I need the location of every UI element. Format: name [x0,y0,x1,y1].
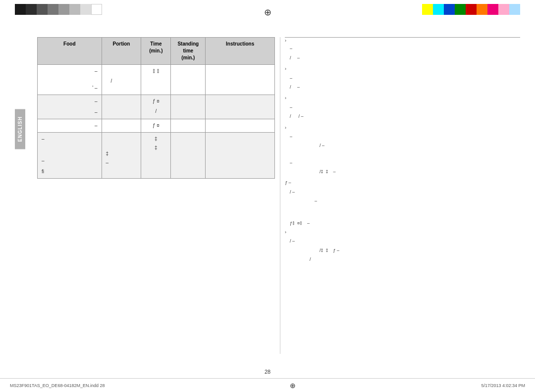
swatch-green [455,4,466,15]
table-row: – ' – / ‡ ‡ [38,65,275,95]
color-bar-left [15,4,102,15]
right-text-line: – [285,104,520,111]
cell-standing [171,133,206,179]
right-text-line: / – [315,142,520,149]
right-text-line: › [285,124,520,131]
right-text-line: / – [285,54,520,61]
right-text-line: – [285,133,520,140]
cell-food: – ' – [38,65,102,95]
right-text-line: ƒ – [285,179,520,186]
swatch-blue [444,4,455,15]
cell-portion [102,95,141,119]
swatch-gray2 [58,4,69,15]
swatch-light [80,4,91,15]
right-text-line: – [310,197,520,204]
swatch-yellow [422,4,433,15]
header-portion: Portion [102,38,141,65]
right-text-line: / / – [285,113,520,120]
page-number: 28 [265,369,270,375]
right-text-line: / – [285,84,520,91]
table-row: – – fi ‡ – ‡ ‡ [38,133,275,179]
table-row: – ƒ ¤ [38,119,275,133]
cell-standing [171,65,206,95]
header-standing: Standingtime(min.) [171,38,206,65]
right-text-line: › [285,37,520,44]
cell-instructions [206,95,275,119]
right-text-line: ƒ‡ ¤‡ – [285,220,520,227]
top-crosshair: ⊕ [264,7,271,18]
color-bar-right [422,4,520,15]
right-text-area: › – / – › – / – › – / / – › – / – – /‡ ‡… [285,37,520,265]
right-text-line: – [285,159,520,166]
cell-instructions [206,133,275,179]
vertical-separator [280,37,280,354]
right-text-line: / [305,256,520,263]
right-text-line: – [285,75,520,82]
cell-time: ƒ ¤ [141,119,171,133]
swatch-pink [498,4,509,15]
right-text-line: › [285,229,520,236]
right-text-line: /‡ ‡ ƒ – [315,247,520,254]
header-time: Time(min.) [141,38,171,65]
cell-instructions [206,119,275,133]
cell-time: ƒ ¤ / [141,95,171,119]
header-food: Food [38,38,102,65]
cell-time: ‡ ‡ [141,65,171,95]
footer-left: MS23F901TAS_EO_DE68-04182M_EN.indd 28 [10,383,105,388]
swatch-gray1 [48,4,58,15]
right-text-line: / – [285,189,520,196]
right-text-line: › [285,95,520,101]
swatch-dark2 [37,4,48,15]
swatch-gray3 [69,4,80,15]
cell-instructions [206,65,275,95]
swatch-white [91,4,102,15]
cooking-table: Food Portion Time(min.) Standingtime(min… [37,37,275,179]
right-text-line: – [285,45,520,52]
swatch-cyan [433,4,444,15]
main-table-container: Food Portion Time(min.) Standingtime(min… [37,37,275,179]
footer-right: 5/17/2013 4:02:34 PM [481,383,525,388]
footer-bar: MS23F901TAS_EO_DE68-04182M_EN.indd 28 ⊕ … [0,378,535,392]
cell-time: ‡ ‡ [141,133,171,179]
swatch-dark1 [26,4,37,15]
bottom-crosshair: ⊕ [290,382,296,390]
swatch-magenta [487,4,498,15]
right-text-line: / – [285,238,520,245]
cell-portion: / [102,65,141,95]
table-row: – – ƒ ¤ / [38,95,275,119]
cell-food: – – [38,95,102,119]
english-tab: ENGLISH [15,109,25,149]
cell-standing [171,119,206,133]
cell-food: – – fi [38,133,102,179]
swatch-red [466,4,477,15]
cell-portion: ‡ – [102,133,141,179]
swatch-orange [477,4,487,15]
header-instructions: Instructions [206,38,275,65]
cell-food: – [38,119,102,133]
swatch-lightblue [509,4,520,15]
table-header-row: Food Portion Time(min.) Standingtime(min… [38,38,275,65]
cell-portion [102,119,141,133]
cell-standing [171,95,206,119]
right-text-line: /‡ ‡ – [315,168,520,175]
right-text-line: › [285,65,520,72]
swatch-black [15,4,26,15]
